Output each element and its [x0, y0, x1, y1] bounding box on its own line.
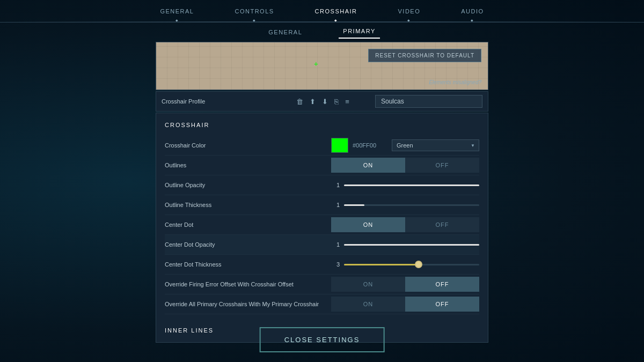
slider-track	[344, 204, 479, 206]
override-all-primary-toggle: On Off	[331, 297, 479, 312]
crosshair-color-label: Crosshair Color	[165, 142, 331, 149]
center-dot-toggle: On Off	[331, 217, 479, 232]
outline-thickness-row: Outline Thickness 1	[165, 195, 479, 215]
preview-area: RESET CROSSHAIR TO DEFAULT Elements misa…	[156, 42, 488, 90]
outline-opacity-row: Outline Opacity 1	[165, 175, 479, 195]
copy-icon[interactable]: ⎘	[333, 97, 340, 107]
close-settings-button[interactable]: CLOSE SETTINGS	[260, 327, 385, 352]
override-all-off-btn[interactable]: Off	[405, 297, 479, 312]
center-dot-control: On Off	[331, 217, 479, 232]
settings-panel: CROSSHAIR Crosshair Color #00FF00 Green …	[156, 113, 488, 343]
slider-fill	[344, 244, 479, 246]
override-firing-on-btn[interactable]: On	[331, 277, 405, 292]
settings-icon[interactable]: ≡	[344, 97, 350, 107]
center-dot-off-btn[interactable]: Off	[405, 217, 479, 232]
top-nav: GENERAL CONTROLS CROSSHAIR VIDEO AUDIO	[0, 0, 644, 23]
center-dot-opacity-label: Center Dot Opacity	[165, 241, 331, 248]
outline-thickness-label: Outline Thickness	[165, 202, 331, 208]
outline-thickness-slider[interactable]	[344, 197, 479, 212]
preview-crosshair	[316, 63, 321, 69]
crosshair-profile-label: Crosshair Profile	[162, 98, 205, 105]
override-firing-error-row: Override Firing Error Offset With Crossh…	[165, 275, 479, 294]
center-dot-thickness-slider[interactable]	[344, 257, 479, 272]
slider-fill-yellow	[344, 264, 419, 265]
secondary-nav: GENERAL PRIMARY	[0, 23, 644, 42]
profile-select-wrap: Soulcas	[375, 95, 482, 108]
outline-opacity-label: Outline Opacity	[165, 182, 331, 188]
sec-general[interactable]: GENERAL	[264, 27, 306, 38]
center-dot-thickness-control: 3	[331, 257, 479, 272]
reset-crosshair-button[interactable]: RESET CROSSHAIR TO DEFAULT	[368, 49, 481, 62]
color-swatch[interactable]	[331, 138, 348, 153]
crosshair-color-control: #00FF00 Green White Red Pink Yellow Cyan…	[331, 138, 479, 153]
profile-name-select[interactable]: Soulcas	[375, 95, 482, 108]
override-all-primary-control: On Off	[331, 297, 479, 312]
outlines-on-btn[interactable]: On	[331, 158, 405, 173]
override-firing-error-label: Override Firing Error Offset With Crossh…	[165, 281, 331, 287]
download-icon[interactable]: ⬇	[321, 97, 329, 107]
nav-video[interactable]: VIDEO	[394, 6, 425, 17]
elements-misaligned-text: Elements misaligned?	[429, 79, 481, 85]
override-all-on-btn[interactable]: On	[331, 297, 405, 312]
slider-fill	[344, 204, 364, 206]
center-dot-thickness-value: 3	[331, 261, 340, 268]
override-all-primary-label: Override All Primary Crosshairs With My …	[165, 301, 331, 307]
outlines-off-btn[interactable]: Off	[405, 158, 479, 173]
upload-icon[interactable]: ⬆	[309, 97, 317, 107]
outlines-toggle: On Off	[331, 158, 479, 173]
nav-controls[interactable]: CONTROLS	[230, 6, 278, 17]
slider-track	[344, 244, 479, 246]
color-select-wrap: Green White Red Pink Yellow Cyan Custom	[392, 139, 479, 151]
center-dot-opacity-value: 1	[331, 241, 340, 248]
outline-opacity-control: 1	[331, 178, 479, 193]
nav-general[interactable]: GENERAL	[156, 6, 198, 17]
outline-opacity-value: 1	[331, 182, 340, 188]
top-divider	[0, 21, 644, 22]
slider-track	[344, 264, 479, 265]
outlines-row: Outlines On Off	[165, 156, 479, 175]
center-dot-thickness-label: Center Dot Thickness	[165, 261, 331, 268]
center-dot-on-btn[interactable]: On	[331, 217, 405, 232]
override-firing-error-control: On Off	[331, 277, 479, 292]
slider-thumb	[415, 261, 422, 268]
center-dot-row: Center Dot On Off	[165, 215, 479, 235]
center-dot-opacity-row: Center Dot Opacity 1	[165, 235, 479, 255]
crosshair-color-row: Crosshair Color #00FF00 Green White Red …	[165, 136, 479, 156]
center-dot-opacity-slider[interactable]	[344, 237, 479, 252]
color-hex: #00FF00	[353, 142, 387, 149]
slider-track	[344, 184, 479, 186]
override-all-primary-row: Override All Primary Crosshairs With My …	[165, 294, 479, 314]
main-content: RESET CROSSHAIR TO DEFAULT Elements misa…	[156, 42, 488, 362]
sec-primary[interactable]: PRIMARY	[339, 26, 379, 39]
outline-thickness-control: 1	[331, 197, 479, 212]
delete-icon[interactable]: 🗑	[295, 97, 304, 107]
center-dot-thickness-row: Center Dot Thickness 3	[165, 255, 479, 275]
slider-fill	[344, 184, 479, 186]
nav-audio[interactable]: AUDIO	[457, 6, 488, 17]
override-firing-error-toggle: On Off	[331, 277, 479, 292]
nav-crosshair[interactable]: CROSSHAIR	[311, 6, 362, 17]
profile-icons: 🗑 ⬆ ⬇ ⎘ ≡	[295, 97, 350, 107]
color-select[interactable]: Green White Red Pink Yellow Cyan Custom	[392, 139, 479, 151]
crosshair-profile-row: Crosshair Profile 🗑 ⬆ ⬇ ⎘ ≡ Soulcas	[156, 91, 488, 112]
override-firing-off-btn[interactable]: Off	[405, 277, 479, 292]
center-dot-opacity-control: 1	[331, 237, 479, 252]
center-dot-label: Center Dot	[165, 221, 331, 228]
outlines-label: Outlines	[165, 162, 331, 168]
outlines-control: On Off	[331, 158, 479, 173]
crosshair-section-title: CROSSHAIR	[165, 122, 479, 128]
outline-thickness-value: 1	[331, 202, 340, 208]
outline-opacity-slider[interactable]	[344, 178, 479, 193]
